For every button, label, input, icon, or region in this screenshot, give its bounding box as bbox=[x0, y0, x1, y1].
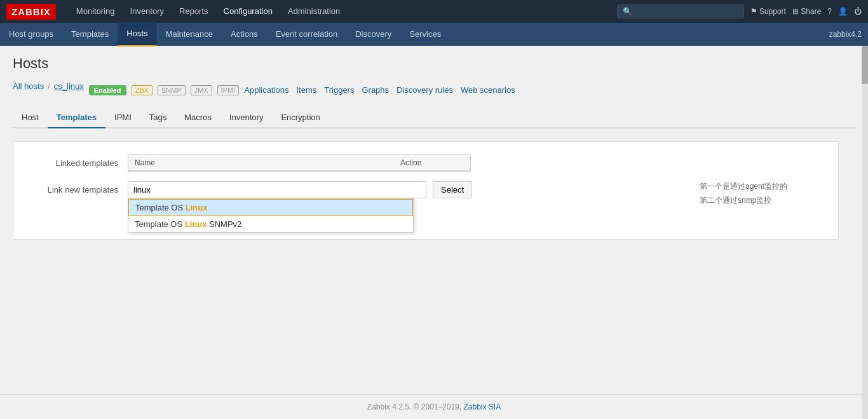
breadcrumb-separator: / bbox=[48, 81, 50, 91]
linked-templates-label: Linked templates bbox=[26, 155, 128, 168]
filter-tab-applications[interactable]: Applications bbox=[244, 85, 288, 95]
filter-tab-web[interactable]: Web scenarios bbox=[461, 85, 515, 95]
badge-ipmi: IPMI bbox=[217, 85, 240, 95]
top-nav-right: 🔍 ⚑ Support ⊞ Share ? 👤 ⏻ bbox=[617, 4, 862, 18]
tab-macros[interactable]: Macros bbox=[175, 107, 220, 128]
sub-navigation: Host groups Templates Hosts Maintenance … bbox=[0, 23, 868, 46]
nav-monitoring[interactable]: Monitoring bbox=[69, 0, 123, 23]
breadcrumb-area: All hosts / cs_linux Enabled ZBX SNMP JM… bbox=[13, 81, 855, 99]
tab-inventory[interactable]: Inventory bbox=[220, 107, 272, 128]
search-box[interactable]: 🔍 bbox=[617, 4, 744, 18]
scrollbar[interactable] bbox=[862, 46, 868, 249]
form-section: 第一个是通过agent监控的 第二个通过snmp监控 Linked templa… bbox=[13, 141, 839, 240]
filter-tab-discovery[interactable]: Discovery rules bbox=[397, 85, 453, 95]
version-label: zabbix4.2 bbox=[829, 30, 868, 39]
share-icon: ⊞ bbox=[792, 7, 799, 16]
dropdown-item-0[interactable]: Template OS Linux bbox=[128, 199, 413, 216]
tab-tags[interactable]: Tags bbox=[140, 107, 175, 128]
table-col-name: Name bbox=[135, 158, 400, 167]
link-new-label: Link new templates bbox=[26, 181, 128, 195]
tab-ipmi[interactable]: IPMI bbox=[105, 107, 140, 128]
subnav-hosts[interactable]: Hosts bbox=[118, 22, 156, 46]
table-col-action: Action bbox=[400, 158, 464, 167]
tab-host[interactable]: Host bbox=[13, 107, 48, 128]
filter-tab-items[interactable]: Items bbox=[296, 85, 316, 95]
user-icon[interactable]: 👤 bbox=[838, 7, 848, 16]
template-dropdown: Template OS Linux Template OS Linux SNMP… bbox=[128, 198, 414, 233]
template-input-wrapper: Template OS Linux Template OS Linux SNMP… bbox=[128, 181, 426, 198]
annotation: 第一个是通过agent监控的 第二个通过snmp监控 bbox=[700, 180, 787, 207]
badge-enabled[interactable]: Enabled bbox=[89, 85, 126, 95]
page-content: Hosts All hosts / cs_linux Enabled ZBX S… bbox=[0, 46, 868, 249]
tab-templates[interactable]: Templates bbox=[48, 107, 105, 128]
tab-encryption[interactable]: Encryption bbox=[272, 107, 329, 128]
linked-table-header: Name Action bbox=[128, 155, 470, 171]
scrollbar-thumb[interactable] bbox=[862, 46, 868, 84]
dropdown-item-1[interactable]: Template OS Linux SNMPv2 bbox=[128, 216, 413, 232]
logo[interactable]: ZABBIX bbox=[6, 4, 56, 20]
nav-administration[interactable]: Administration bbox=[280, 0, 348, 23]
inner-tabs: Host Templates IPMI Tags Macros Inventor… bbox=[13, 107, 855, 128]
breadcrumb: All hosts / cs_linux bbox=[13, 81, 84, 91]
linked-templates-table-area: Name Action bbox=[128, 155, 825, 172]
nav-reports[interactable]: Reports bbox=[172, 0, 216, 23]
search-icon: 🔍 bbox=[623, 7, 632, 16]
support-icon: ⚑ bbox=[750, 7, 757, 16]
breadcrumb-all-hosts[interactable]: All hosts bbox=[13, 81, 44, 91]
link-template-input[interactable] bbox=[128, 181, 426, 198]
nav-inventory[interactable]: Inventory bbox=[123, 0, 172, 23]
support-link[interactable]: ⚑ Support bbox=[750, 7, 786, 16]
filter-tab-graphs[interactable]: Graphs bbox=[362, 85, 389, 95]
badge-jmx: JMX bbox=[191, 85, 212, 95]
subnav-templates[interactable]: Templates bbox=[62, 23, 118, 46]
top-nav-links: Monitoring Inventory Reports Configurati… bbox=[69, 0, 617, 23]
subnav-services[interactable]: Services bbox=[400, 23, 450, 46]
select-button[interactable]: Select bbox=[433, 181, 472, 198]
badge-snmp: SNMP bbox=[158, 85, 186, 95]
linked-table: Name Action bbox=[128, 155, 471, 172]
annotation-line2: 第二个通过snmp监控 bbox=[700, 194, 787, 208]
dropdown-highlight-1: Linux bbox=[185, 219, 207, 229]
subnav-discovery[interactable]: Discovery bbox=[346, 23, 400, 46]
share-link[interactable]: ⊞ Share bbox=[792, 7, 821, 16]
top-navigation: ZABBIX Monitoring Inventory Reports Conf… bbox=[0, 0, 868, 23]
page-title: Hosts bbox=[13, 55, 855, 72]
annotation-line1: 第一个是通过agent监控的 bbox=[700, 180, 787, 194]
subnav-maintenance[interactable]: Maintenance bbox=[157, 23, 222, 46]
search-input[interactable] bbox=[635, 7, 738, 16]
dropdown-highlight-0: Linux bbox=[186, 203, 208, 212]
subnav-event-correlation[interactable]: Event correlation bbox=[267, 23, 347, 46]
breadcrumb-current[interactable]: cs_linux bbox=[54, 81, 84, 91]
nav-configuration[interactable]: Configuration bbox=[216, 0, 280, 23]
badge-zbx: ZBX bbox=[132, 85, 153, 95]
subnav-host-groups[interactable]: Host groups bbox=[0, 23, 62, 46]
filter-tabs: Applications Items Triggers Graphs Disco… bbox=[244, 85, 515, 95]
linked-templates-row: Linked templates Name Action bbox=[26, 155, 825, 172]
power-icon[interactable]: ⏻ bbox=[854, 7, 862, 16]
filter-tab-triggers[interactable]: Triggers bbox=[324, 85, 354, 95]
help-icon[interactable]: ? bbox=[827, 7, 832, 16]
subnav-actions[interactable]: Actions bbox=[222, 23, 267, 46]
